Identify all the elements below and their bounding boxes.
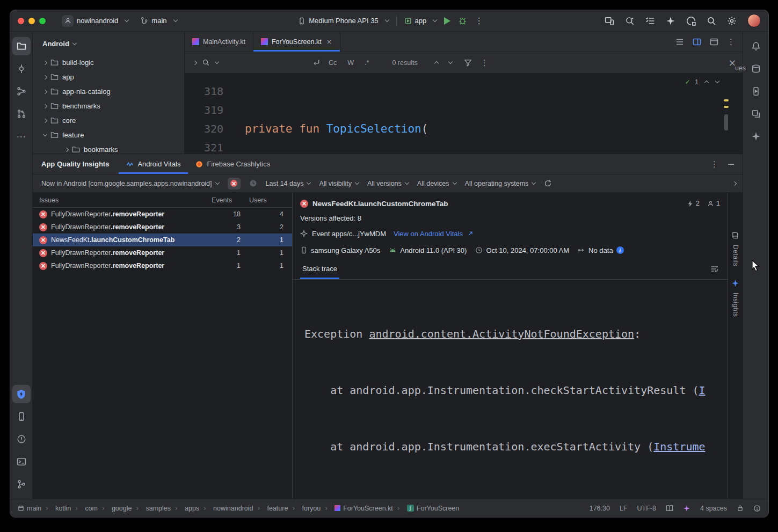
- breadcrumb-item[interactable]: google: [98, 504, 132, 512]
- breadcrumb-item[interactable]: apps: [171, 504, 199, 512]
- next-problem-icon[interactable]: [715, 79, 719, 83]
- device-streaming-icon[interactable]: [605, 16, 614, 26]
- editor-window-icon[interactable]: [710, 38, 718, 46]
- minimize-window-button[interactable]: [28, 18, 35, 24]
- issue-row[interactable]: FullyDrawnReporter.removeReporter 18 4: [33, 208, 292, 221]
- lock-icon[interactable]: [737, 505, 744, 512]
- external-link-icon[interactable]: [467, 230, 474, 237]
- time-range-filter[interactable]: Last 14 days: [266, 180, 311, 187]
- tab-foryouscreen[interactable]: ForYouScreen.kt ×: [253, 32, 340, 52]
- problems-button[interactable]: [12, 430, 31, 448]
- inspection-widget[interactable]: ✓ 1: [685, 78, 719, 86]
- regex-button[interactable]: .*: [362, 57, 372, 68]
- issues-column-header[interactable]: Issues: [33, 196, 212, 204]
- os-filter[interactable]: All operating systems: [465, 180, 536, 187]
- gradle-button[interactable]: [747, 60, 765, 78]
- maximize-window-button[interactable]: [39, 18, 46, 24]
- ai-search-icon[interactable]: [625, 16, 635, 26]
- tree-item-benchmarks[interactable]: benchmarks: [33, 99, 184, 113]
- encoding-indicator[interactable]: UTF-8: [637, 505, 656, 512]
- scroll-filters-right-icon[interactable]: [732, 181, 737, 185]
- devices-filter[interactable]: All devices: [417, 180, 456, 187]
- device-manager-button[interactable]: [12, 407, 31, 426]
- plugins-icon[interactable]: [686, 16, 696, 26]
- task-list-icon[interactable]: [645, 16, 655, 26]
- code-area[interactable]: 318 319 320 321 private fun TopicSelecti…: [185, 74, 743, 154]
- split-editor-icon[interactable]: [693, 38, 701, 46]
- pull-requests-toolwindow-button[interactable]: [12, 105, 31, 123]
- search-icon[interactable]: [202, 59, 210, 67]
- branch-selector[interactable]: main: [140, 17, 177, 25]
- terminal-button[interactable]: [12, 453, 31, 471]
- editor-options-icon[interactable]: ⋮: [727, 37, 735, 47]
- tree-item-build-logic[interactable]: build-logic: [33, 55, 184, 70]
- expand-find-icon[interactable]: [193, 60, 197, 64]
- structure-toolwindow-button[interactable]: [12, 82, 31, 100]
- notifications-button[interactable]: [747, 37, 765, 55]
- app-quality-insights-button[interactable]: [12, 385, 31, 403]
- project-selector[interactable]: nowinandroid: [62, 15, 128, 27]
- run-config-selector[interactable]: app: [404, 17, 437, 25]
- words-button[interactable]: W: [345, 57, 357, 68]
- line-separator-indicator[interactable]: LF: [620, 505, 628, 512]
- breadcrumb-item[interactable]: samples: [132, 504, 171, 512]
- soft-wrap-icon[interactable]: [710, 265, 719, 273]
- vitals-link[interactable]: View on Android Vitals: [394, 230, 463, 238]
- editor-list-icon[interactable]: [675, 38, 684, 46]
- filter-search-icon[interactable]: [464, 59, 472, 67]
- user-avatar[interactable]: [747, 14, 761, 27]
- tree-item-app-nia-catalog[interactable]: app-nia-catalog: [33, 84, 184, 99]
- ai-assistant-icon[interactable]: [666, 16, 675, 26]
- tab-mainactivity[interactable]: MainActivity.kt: [185, 32, 253, 52]
- debug-button[interactable]: [458, 16, 467, 25]
- users-column-header[interactable]: Users: [249, 196, 292, 204]
- settings-icon[interactable]: [727, 16, 737, 26]
- search-icon[interactable]: [707, 16, 716, 26]
- aqi-panel-title[interactable]: App Quality Insights: [33, 154, 119, 174]
- match-case-button[interactable]: Cc: [326, 57, 339, 68]
- indent-indicator[interactable]: 4 spaces: [700, 505, 727, 512]
- find-input[interactable]: [224, 56, 307, 70]
- issue-row-selected[interactable]: NewsFeedKt.launchCustomChromeTab 2 1: [33, 234, 292, 246]
- close-window-button[interactable]: [18, 18, 24, 24]
- close-tab-icon[interactable]: ×: [326, 38, 332, 46]
- gemini-button[interactable]: [747, 127, 765, 145]
- newline-toggle-icon[interactable]: [312, 59, 321, 67]
- app-filter-select[interactable]: Now in Android [com.google.samples.apps.…: [41, 180, 219, 187]
- versions-filter[interactable]: All versions: [367, 180, 409, 187]
- version-control-button[interactable]: [12, 475, 31, 493]
- breadcrumb-item[interactable]: kotlin: [41, 504, 71, 512]
- tree-item-core[interactable]: core: [33, 113, 184, 128]
- minimize-panel-icon[interactable]: [728, 164, 734, 165]
- breadcrumb-item[interactable]: com: [71, 504, 98, 512]
- tab-firebase-crashlytics[interactable]: Firebase Crashlytics: [188, 154, 278, 174]
- run-button[interactable]: [444, 17, 450, 25]
- tree-item-feature[interactable]: feature: [33, 128, 184, 142]
- commit-toolwindow-button[interactable]: [12, 60, 31, 78]
- ai-status-icon[interactable]: [683, 505, 690, 512]
- issue-row[interactable]: FullyDrawnReporter.removeReporter 1 1: [33, 259, 292, 272]
- tree-item-app[interactable]: app: [33, 70, 184, 84]
- find-options-icon[interactable]: ⋮: [481, 58, 489, 68]
- side-tab-insights[interactable]: Insights: [732, 293, 739, 317]
- side-tab-details[interactable]: Details: [732, 245, 739, 266]
- insights-tab-icon[interactable]: [731, 279, 739, 287]
- breadcrumb-item[interactable]: nowinandroid: [199, 504, 253, 512]
- tab-android-vitals[interactable]: Android Vitals: [119, 154, 188, 174]
- prev-match-button[interactable]: [434, 61, 438, 65]
- tree-item-bookmarks[interactable]: bookmarks: [33, 142, 184, 154]
- details-tab-icon[interactable]: [731, 231, 739, 239]
- breadcrumb-item[interactable]: main: [18, 505, 41, 512]
- next-match-button[interactable]: [448, 60, 452, 64]
- severity-filter-fatal[interactable]: [228, 178, 241, 190]
- breadcrumb-item-file[interactable]: ForYouScreen.kt: [321, 504, 393, 512]
- severity-filter-nonfatal[interactable]: [249, 179, 257, 187]
- more-actions-icon[interactable]: ⋮: [475, 16, 483, 26]
- caret-position[interactable]: 176:30: [590, 505, 610, 512]
- editor-scrollbar-thumb[interactable]: [724, 114, 728, 130]
- issue-row[interactable]: FullyDrawnReporter.removeReporter 1 1: [33, 246, 292, 259]
- breadcrumb-item[interactable]: foryou: [288, 504, 321, 512]
- device-selector[interactable]: Medium Phone API 35: [298, 17, 388, 25]
- prev-problem-icon[interactable]: [704, 81, 709, 85]
- events-column-header[interactable]: Events: [212, 196, 249, 204]
